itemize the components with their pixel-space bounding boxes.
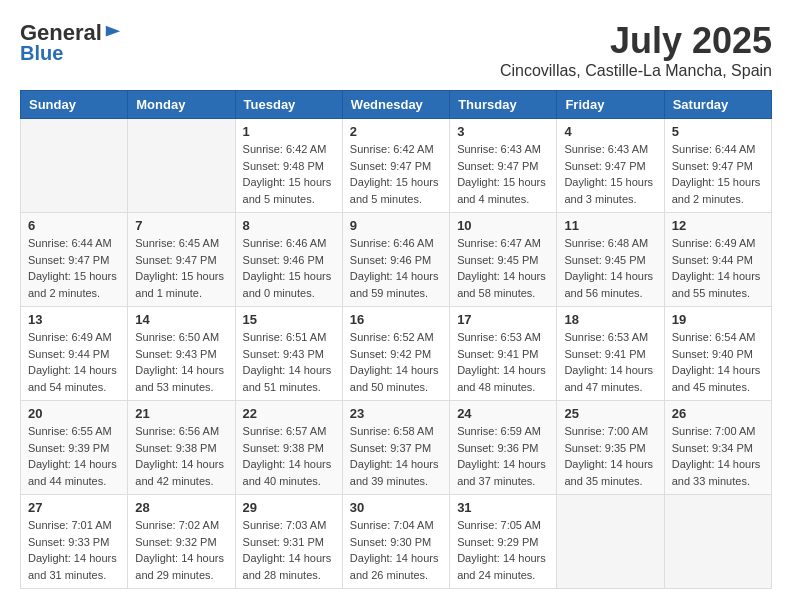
calendar-cell: 31Sunrise: 7:05 AMSunset: 9:29 PMDayligh… <box>450 495 557 589</box>
day-number: 31 <box>457 500 549 515</box>
calendar-cell: 9Sunrise: 6:46 AMSunset: 9:46 PMDaylight… <box>342 213 449 307</box>
day-number: 3 <box>457 124 549 139</box>
calendar-cell: 22Sunrise: 6:57 AMSunset: 9:38 PMDayligh… <box>235 401 342 495</box>
week-row-1: 1Sunrise: 6:42 AMSunset: 9:48 PMDaylight… <box>21 119 772 213</box>
col-monday: Monday <box>128 91 235 119</box>
day-number: 30 <box>350 500 442 515</box>
calendar-cell: 26Sunrise: 7:00 AMSunset: 9:34 PMDayligh… <box>664 401 771 495</box>
calendar-cell: 16Sunrise: 6:52 AMSunset: 9:42 PMDayligh… <box>342 307 449 401</box>
day-detail: Sunrise: 6:50 AMSunset: 9:43 PMDaylight:… <box>135 329 227 395</box>
day-detail: Sunrise: 6:44 AMSunset: 9:47 PMDaylight:… <box>672 141 764 207</box>
day-detail: Sunrise: 7:05 AMSunset: 9:29 PMDaylight:… <box>457 517 549 583</box>
day-detail: Sunrise: 7:00 AMSunset: 9:34 PMDaylight:… <box>672 423 764 489</box>
day-detail: Sunrise: 6:43 AMSunset: 9:47 PMDaylight:… <box>564 141 656 207</box>
logo: General Blue <box>20 20 122 65</box>
day-detail: Sunrise: 6:59 AMSunset: 9:36 PMDaylight:… <box>457 423 549 489</box>
svg-marker-0 <box>106 26 120 37</box>
logo-flag-icon <box>104 24 122 42</box>
day-detail: Sunrise: 6:54 AMSunset: 9:40 PMDaylight:… <box>672 329 764 395</box>
day-detail: Sunrise: 7:04 AMSunset: 9:30 PMDaylight:… <box>350 517 442 583</box>
header-row: Sunday Monday Tuesday Wednesday Thursday… <box>21 91 772 119</box>
day-detail: Sunrise: 6:52 AMSunset: 9:42 PMDaylight:… <box>350 329 442 395</box>
calendar-cell <box>557 495 664 589</box>
day-detail: Sunrise: 7:02 AMSunset: 9:32 PMDaylight:… <box>135 517 227 583</box>
day-detail: Sunrise: 6:57 AMSunset: 9:38 PMDaylight:… <box>243 423 335 489</box>
calendar-body: 1Sunrise: 6:42 AMSunset: 9:48 PMDaylight… <box>21 119 772 589</box>
day-detail: Sunrise: 6:49 AMSunset: 9:44 PMDaylight:… <box>672 235 764 301</box>
page-header: General Blue July 2025 Cincovillas, Cast… <box>20 20 772 80</box>
calendar-cell: 17Sunrise: 6:53 AMSunset: 9:41 PMDayligh… <box>450 307 557 401</box>
calendar-cell: 30Sunrise: 7:04 AMSunset: 9:30 PMDayligh… <box>342 495 449 589</box>
col-thursday: Thursday <box>450 91 557 119</box>
calendar-cell: 20Sunrise: 6:55 AMSunset: 9:39 PMDayligh… <box>21 401 128 495</box>
day-detail: Sunrise: 6:47 AMSunset: 9:45 PMDaylight:… <box>457 235 549 301</box>
day-detail: Sunrise: 6:53 AMSunset: 9:41 PMDaylight:… <box>564 329 656 395</box>
calendar-cell: 28Sunrise: 7:02 AMSunset: 9:32 PMDayligh… <box>128 495 235 589</box>
day-number: 17 <box>457 312 549 327</box>
day-number: 28 <box>135 500 227 515</box>
day-number: 13 <box>28 312 120 327</box>
calendar-cell: 11Sunrise: 6:48 AMSunset: 9:45 PMDayligh… <box>557 213 664 307</box>
calendar-cell: 15Sunrise: 6:51 AMSunset: 9:43 PMDayligh… <box>235 307 342 401</box>
calendar-cell: 21Sunrise: 6:56 AMSunset: 9:38 PMDayligh… <box>128 401 235 495</box>
col-saturday: Saturday <box>664 91 771 119</box>
calendar-cell: 8Sunrise: 6:46 AMSunset: 9:46 PMDaylight… <box>235 213 342 307</box>
day-number: 22 <box>243 406 335 421</box>
day-detail: Sunrise: 7:01 AMSunset: 9:33 PMDaylight:… <box>28 517 120 583</box>
day-number: 20 <box>28 406 120 421</box>
week-row-5: 27Sunrise: 7:01 AMSunset: 9:33 PMDayligh… <box>21 495 772 589</box>
calendar-cell: 5Sunrise: 6:44 AMSunset: 9:47 PMDaylight… <box>664 119 771 213</box>
day-number: 2 <box>350 124 442 139</box>
day-number: 15 <box>243 312 335 327</box>
day-detail: Sunrise: 7:00 AMSunset: 9:35 PMDaylight:… <box>564 423 656 489</box>
day-number: 23 <box>350 406 442 421</box>
calendar-cell <box>21 119 128 213</box>
calendar-cell <box>128 119 235 213</box>
day-number: 18 <box>564 312 656 327</box>
calendar-cell <box>664 495 771 589</box>
week-row-2: 6Sunrise: 6:44 AMSunset: 9:47 PMDaylight… <box>21 213 772 307</box>
day-number: 1 <box>243 124 335 139</box>
day-detail: Sunrise: 7:03 AMSunset: 9:31 PMDaylight:… <box>243 517 335 583</box>
day-number: 11 <box>564 218 656 233</box>
day-number: 12 <box>672 218 764 233</box>
calendar-cell: 2Sunrise: 6:42 AMSunset: 9:47 PMDaylight… <box>342 119 449 213</box>
calendar-cell: 27Sunrise: 7:01 AMSunset: 9:33 PMDayligh… <box>21 495 128 589</box>
col-wednesday: Wednesday <box>342 91 449 119</box>
calendar-cell: 29Sunrise: 7:03 AMSunset: 9:31 PMDayligh… <box>235 495 342 589</box>
calendar-cell: 1Sunrise: 6:42 AMSunset: 9:48 PMDaylight… <box>235 119 342 213</box>
day-detail: Sunrise: 6:46 AMSunset: 9:46 PMDaylight:… <box>243 235 335 301</box>
calendar-cell: 7Sunrise: 6:45 AMSunset: 9:47 PMDaylight… <box>128 213 235 307</box>
day-detail: Sunrise: 6:53 AMSunset: 9:41 PMDaylight:… <box>457 329 549 395</box>
calendar-header: Sunday Monday Tuesday Wednesday Thursday… <box>21 91 772 119</box>
day-detail: Sunrise: 6:46 AMSunset: 9:46 PMDaylight:… <box>350 235 442 301</box>
day-number: 25 <box>564 406 656 421</box>
day-detail: Sunrise: 6:58 AMSunset: 9:37 PMDaylight:… <box>350 423 442 489</box>
day-detail: Sunrise: 6:45 AMSunset: 9:47 PMDaylight:… <box>135 235 227 301</box>
day-number: 10 <box>457 218 549 233</box>
day-detail: Sunrise: 6:43 AMSunset: 9:47 PMDaylight:… <box>457 141 549 207</box>
calendar-cell: 12Sunrise: 6:49 AMSunset: 9:44 PMDayligh… <box>664 213 771 307</box>
calendar-cell: 10Sunrise: 6:47 AMSunset: 9:45 PMDayligh… <box>450 213 557 307</box>
logo-blue-text: Blue <box>20 42 63 65</box>
calendar-cell: 23Sunrise: 6:58 AMSunset: 9:37 PMDayligh… <box>342 401 449 495</box>
week-row-4: 20Sunrise: 6:55 AMSunset: 9:39 PMDayligh… <box>21 401 772 495</box>
day-number: 9 <box>350 218 442 233</box>
day-number: 8 <box>243 218 335 233</box>
calendar-cell: 14Sunrise: 6:50 AMSunset: 9:43 PMDayligh… <box>128 307 235 401</box>
week-row-3: 13Sunrise: 6:49 AMSunset: 9:44 PMDayligh… <box>21 307 772 401</box>
calendar-cell: 24Sunrise: 6:59 AMSunset: 9:36 PMDayligh… <box>450 401 557 495</box>
calendar-subtitle: Cincovillas, Castille-La Mancha, Spain <box>500 62 772 80</box>
day-number: 7 <box>135 218 227 233</box>
title-block: July 2025 Cincovillas, Castille-La Manch… <box>500 20 772 80</box>
day-number: 16 <box>350 312 442 327</box>
calendar-cell: 4Sunrise: 6:43 AMSunset: 9:47 PMDaylight… <box>557 119 664 213</box>
day-number: 26 <box>672 406 764 421</box>
calendar-table: Sunday Monday Tuesday Wednesday Thursday… <box>20 90 772 589</box>
day-number: 5 <box>672 124 764 139</box>
col-friday: Friday <box>557 91 664 119</box>
col-tuesday: Tuesday <box>235 91 342 119</box>
col-sunday: Sunday <box>21 91 128 119</box>
calendar-cell: 25Sunrise: 7:00 AMSunset: 9:35 PMDayligh… <box>557 401 664 495</box>
calendar-cell: 19Sunrise: 6:54 AMSunset: 9:40 PMDayligh… <box>664 307 771 401</box>
